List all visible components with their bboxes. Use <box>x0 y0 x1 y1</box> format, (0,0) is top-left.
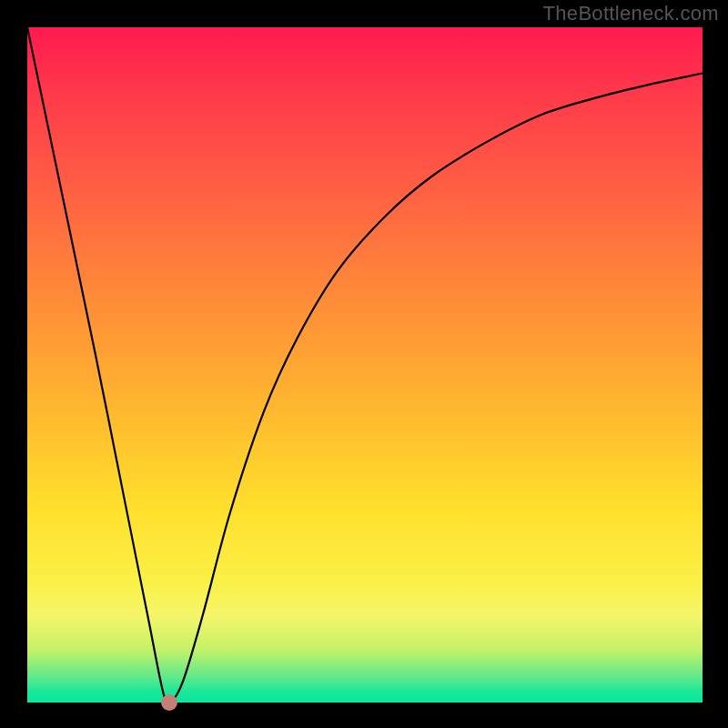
watermark-text: TheBottleneck.com <box>543 2 719 25</box>
plot-area <box>27 27 703 703</box>
chart-wrapper: TheBottleneck.com <box>0 0 728 728</box>
selected-point-marker <box>161 694 177 711</box>
curve-svg <box>27 27 703 703</box>
bottleneck-curve <box>27 27 703 703</box>
